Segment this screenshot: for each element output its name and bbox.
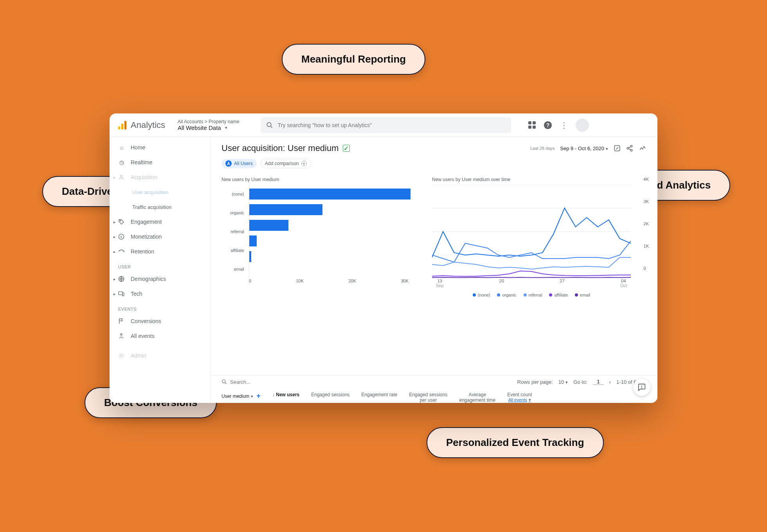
nav-admin[interactable]: Admin <box>110 348 210 363</box>
search-input[interactable] <box>278 122 506 128</box>
nav-realtime[interactable]: ◷ Realtime <box>110 155 210 170</box>
prev-page-icon[interactable]: ‹ <box>609 379 611 385</box>
events-icon <box>118 333 125 339</box>
table-search-input[interactable] <box>230 379 296 385</box>
brand-logo: Analytics <box>118 120 165 130</box>
nav-home[interactable]: ⌂ Home <box>110 140 210 155</box>
table-header-row: User medium + ↓ New users Engaged sessio… <box>211 388 657 403</box>
insights-icon[interactable] <box>639 145 646 152</box>
edit-icon[interactable] <box>614 145 621 152</box>
legend-dot-icon <box>524 293 527 297</box>
nav-engagement[interactable]: Engagement <box>110 214 210 229</box>
line-chart <box>432 185 631 279</box>
top-actions: ? ⋮ <box>528 119 589 132</box>
add-comparison-button[interactable]: Add comparison + <box>261 159 311 168</box>
rows-per-page-select[interactable]: 10 <box>558 379 568 385</box>
line-chart-title: New users by User medium over time <box>432 177 631 182</box>
bar-segment <box>249 220 288 231</box>
svg-line-4 <box>270 126 272 128</box>
legend-item[interactable]: (none) <box>473 293 490 297</box>
analytics-window: Analytics All Accounts > Property name A… <box>110 113 657 403</box>
chip-all-users[interactable]: A All Users <box>221 159 257 168</box>
svg-text:?: ? <box>546 122 549 128</box>
nav-label: Retention <box>131 248 154 255</box>
nav-user-acquisition[interactable]: User acquisition <box>110 185 210 200</box>
column-new-users[interactable]: ↓ New users <box>272 392 299 397</box>
legend-dot-icon <box>473 293 476 297</box>
line-x-tick: 27 <box>560 279 564 288</box>
svg-rect-14 <box>122 293 124 296</box>
more-icon[interactable]: ⋮ <box>560 120 568 130</box>
legend-item[interactable]: referral <box>524 293 542 297</box>
nav-tech[interactable]: Tech <box>110 286 210 301</box>
sort-descending-icon: ↓ <box>272 392 275 397</box>
verified-icon: ✓ <box>343 145 350 152</box>
breadcrumb: All Accounts > Property name <box>178 119 239 124</box>
legend-item[interactable]: organic <box>497 293 516 297</box>
feedback-fab[interactable] <box>633 379 650 396</box>
share-icon[interactable] <box>626 145 633 152</box>
nav-acquisition[interactable]: Acquisition <box>110 170 210 185</box>
legend-label: affiliate <box>554 293 568 297</box>
line-y-tick: 0 <box>644 266 649 271</box>
nav-monetization[interactable]: $ Monetization <box>110 229 210 244</box>
legend-item[interactable]: affiliate <box>549 293 568 297</box>
column-engaged-sessions[interactable]: Engaged sessions <box>311 392 349 397</box>
apps-icon[interactable] <box>528 121 536 129</box>
bar-chart-title: New users by User medium <box>221 177 420 182</box>
nav-label: Monetization <box>131 234 162 240</box>
help-icon[interactable]: ? <box>544 121 552 129</box>
table-search[interactable] <box>221 379 513 385</box>
nav-all-events[interactable]: All events <box>110 329 210 343</box>
nav-label: Demographics <box>131 276 166 282</box>
top-bar: Analytics All Accounts > Property name A… <box>110 113 657 137</box>
bar-segment <box>249 251 251 262</box>
line-series <box>432 257 631 269</box>
bar-category-label: (none) <box>221 192 244 196</box>
column-user-medium[interactable]: User medium + <box>221 392 261 400</box>
nav-label: Acquisition <box>131 174 157 180</box>
line-y-tick: 4K <box>644 177 649 182</box>
avatar[interactable] <box>576 119 589 132</box>
line-series <box>432 241 631 262</box>
svg-rect-2 <box>124 121 126 129</box>
devices-icon <box>118 291 125 297</box>
bar-category-label: referral <box>221 229 244 234</box>
nav-retention[interactable]: Retention <box>110 244 210 259</box>
home-icon: ⌂ <box>118 144 125 151</box>
legend-item[interactable]: email <box>575 293 590 297</box>
column-engagement-rate[interactable]: Engagement rate <box>361 392 397 397</box>
gear-icon <box>118 352 125 359</box>
column-sessions-per-user[interactable]: Engaged sessions per user <box>409 392 447 403</box>
line-series <box>432 271 631 277</box>
nav-label: Engagement <box>131 219 162 225</box>
bar-segment <box>249 189 411 200</box>
sidebar: ⌂ Home ◷ Realtime Acquisition User acqui… <box>110 137 211 403</box>
legend-dot-icon <box>575 293 578 297</box>
goto-input[interactable] <box>593 379 604 385</box>
bar-segment <box>249 235 257 246</box>
legend-dot-icon <box>549 293 552 297</box>
bar-segment <box>249 204 322 215</box>
legend-label: referral <box>529 293 542 297</box>
nav-label: Conversions <box>131 318 161 324</box>
event-count-filter[interactable]: All events <box>507 397 532 403</box>
svg-point-18 <box>630 146 632 147</box>
callout-personalized-tracking: Personalized Event Tracking <box>427 427 604 458</box>
retention-icon <box>118 248 125 255</box>
search-icon <box>266 122 273 129</box>
bar-category-label: email <box>221 267 244 271</box>
property-selector[interactable]: All Accounts > Property name All Website… <box>178 119 239 131</box>
bar-category-label: organic <box>221 210 244 215</box>
column-avg-engagement[interactable]: Average engagement time <box>459 392 495 403</box>
svg-rect-13 <box>119 292 122 295</box>
nav-conversions[interactable]: Conversions <box>110 314 210 329</box>
legend-dot-icon <box>497 293 500 297</box>
date-range-picker[interactable]: Sep 9 - Oct 6, 2020 <box>560 146 608 151</box>
acquisition-icon <box>118 174 125 180</box>
nav-demographics[interactable]: Demographics <box>110 271 210 286</box>
search-bar[interactable] <box>261 117 511 133</box>
column-event-count[interactable]: Event count All events <box>507 392 532 403</box>
add-dimension-icon[interactable]: + <box>256 392 261 400</box>
nav-traffic-acquisition[interactable]: Traffic acquisition <box>110 200 210 214</box>
